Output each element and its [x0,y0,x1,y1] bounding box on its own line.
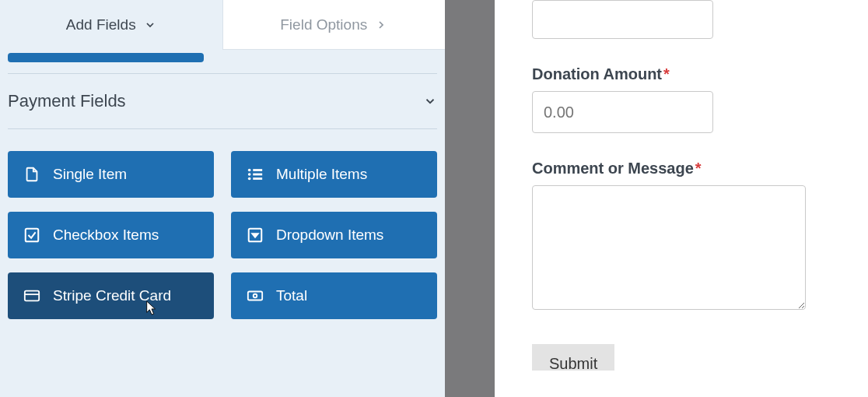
field-total[interactable]: Total [231,272,437,319]
field-label: Stripe Credit Card [53,287,171,304]
required-asterisk: * [695,160,702,177]
existing-field-bar[interactable] [8,53,204,62]
payment-fields-grid: Single Item Multiple Items Checkbox Item… [8,151,437,319]
svg-point-2 [248,177,251,181]
dropdown-icon [247,227,264,244]
tab-add-fields[interactable]: Add Fields [0,0,222,50]
form-preview: Donation Amount* Comment or Message* Sub… [495,0,868,397]
svg-rect-9 [25,291,39,301]
chevron-right-icon [375,19,387,31]
svg-marker-8 [252,234,257,237]
money-icon [247,287,264,304]
svg-point-0 [248,169,251,172]
required-asterisk: * [663,65,670,83]
tab-field-options-label: Field Options [280,16,367,33]
list-icon [247,166,264,183]
field-checkbox-items[interactable]: Checkbox Items [8,212,214,258]
field-label: Checkbox Items [53,227,159,244]
divider [8,128,437,129]
chevron-down-icon [144,19,156,31]
checkbox-checked-icon [23,227,40,244]
donation-amount-input[interactable] [532,91,713,133]
donation-amount-label: Donation Amount* [532,65,868,83]
submit-label: Submit [549,355,597,371]
field-label: Single Item [53,166,127,183]
section-header-payment-fields[interactable]: Payment Fields [8,74,437,128]
panel-body: Payment Fields Single Item Multiple Item… [0,50,445,327]
svg-point-12 [254,294,257,298]
section-title: Payment Fields [8,91,126,111]
field-multiple-items[interactable]: Multiple Items [231,151,437,198]
svg-rect-5 [253,177,262,180]
preview-input-blank[interactable] [532,0,713,39]
comment-textarea[interactable] [532,185,806,310]
comment-label: Comment or Message* [532,160,868,177]
svg-rect-3 [253,169,262,171]
svg-rect-11 [248,292,262,300]
credit-card-icon [23,287,40,304]
gutter [445,0,495,397]
tab-add-fields-label: Add Fields [66,16,136,33]
label-text: Comment or Message [532,160,694,177]
field-stripe-credit-card[interactable]: Stripe Credit Card [8,272,214,319]
field-single-item[interactable]: Single Item [8,151,214,198]
chevron-down-icon [423,94,437,108]
submit-button[interactable]: Submit [532,344,614,371]
label-text: Donation Amount [532,65,662,83]
field-label: Multiple Items [276,166,367,183]
field-dropdown-items[interactable]: Dropdown Items [231,212,437,258]
svg-rect-4 [253,174,262,176]
sidebar: Add Fields Field Options Payment Fields [0,0,445,397]
file-icon [23,166,40,183]
svg-rect-6 [26,229,39,242]
tabs: Add Fields Field Options [0,0,445,50]
field-label: Total [276,287,307,304]
svg-point-1 [248,173,251,176]
field-label: Dropdown Items [276,227,383,244]
tab-field-options[interactable]: Field Options [222,0,446,50]
